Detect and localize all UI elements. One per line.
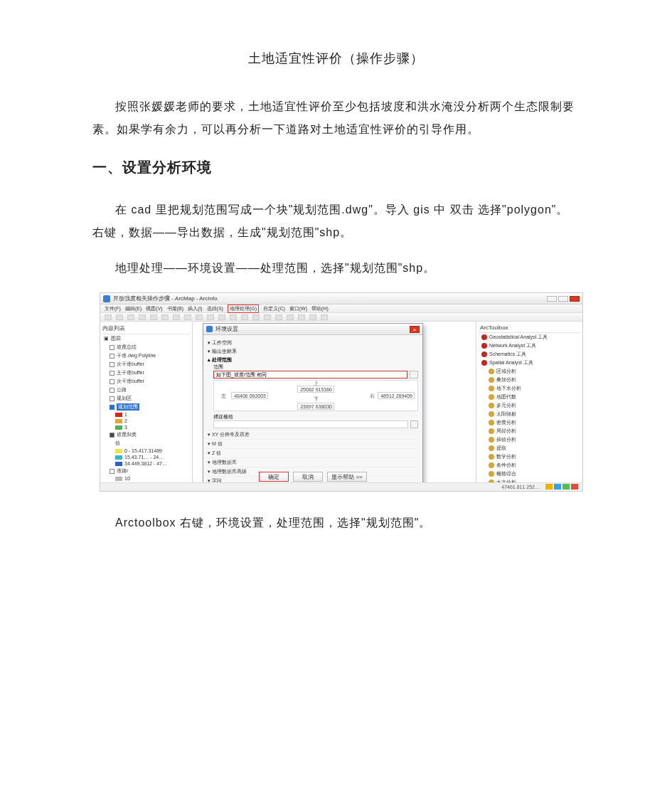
- help-button[interactable]: 显示帮助 >>: [327, 472, 367, 482]
- toolset-icon: [489, 445, 494, 451]
- toc-layer[interactable]: 道路r: [102, 467, 190, 475]
- cat-item[interactable]: ▾ Z 值: [208, 448, 418, 457]
- menu-geoprocessing[interactable]: 地理处理(G): [228, 305, 259, 313]
- toc-root[interactable]: ▣图层: [102, 334, 190, 343]
- menu-view[interactable]: 视图(V): [146, 305, 162, 312]
- toolbox-item[interactable]: Network Analyst 工具: [479, 342, 580, 350]
- tool-icon[interactable]: [127, 314, 134, 320]
- toolbox-item[interactable]: 插值分析: [479, 435, 580, 444]
- extent-box: 上 25082 915366 左 48406 092003 右 48512 28…: [213, 380, 418, 411]
- legend-sub: 值: [102, 439, 190, 448]
- tool-icon[interactable]: [207, 314, 214, 320]
- menu-customize[interactable]: 自定义(C): [263, 305, 285, 312]
- toolbar: [100, 313, 582, 322]
- toolbox-icon: [481, 360, 487, 366]
- toolset-icon: [489, 386, 494, 391]
- toc-layer-highlight[interactable]: 规划范围: [102, 403, 190, 411]
- tool-icon[interactable]: [298, 314, 305, 320]
- menu-select[interactable]: 选择(S): [207, 305, 223, 312]
- toolbox-item[interactable]: Spatial Analyst 工具: [479, 359, 580, 367]
- menu-edit[interactable]: 编辑(E): [125, 305, 142, 312]
- ok-button[interactable]: 确定: [259, 472, 289, 482]
- tool-icon[interactable]: [139, 314, 146, 320]
- maximize-button[interactable]: [558, 296, 568, 302]
- close-button[interactable]: [570, 296, 580, 302]
- tool-icon[interactable]: [150, 314, 157, 320]
- tool-icon[interactable]: [105, 314, 112, 320]
- toolbox-item[interactable]: 地下水分析: [479, 384, 580, 393]
- map-pane: 环境设置 × ▾ 工作空间 ▾ 输出坐标系 ▴ 处理范围 范围: [193, 322, 476, 491]
- toolset-icon: [489, 369, 494, 374]
- tool-icon[interactable]: [218, 314, 225, 320]
- menu-file[interactable]: 文件(F): [105, 305, 121, 312]
- toolbox-item-label: 插值分析: [496, 436, 516, 443]
- toolbox-item[interactable]: 密度分析: [479, 418, 580, 427]
- sec-workspace[interactable]: ▾ 工作空间: [208, 339, 418, 346]
- toolbox-item[interactable]: 局部分析: [479, 427, 580, 435]
- tool-icon[interactable]: [321, 314, 328, 320]
- tool-icon[interactable]: [196, 314, 203, 320]
- intro-paragraph: 按照张媛媛老师的要求，土地适宜性评价至少包括坡度和洪水淹没分析两个生态限制要素。…: [92, 95, 580, 141]
- tool-icon[interactable]: [230, 314, 237, 320]
- menu-help[interactable]: 帮助(H): [311, 305, 329, 312]
- toolbox-item-label: 地下水分析: [496, 385, 521, 392]
- menu-bookmark[interactable]: 书签(B): [167, 305, 183, 312]
- env-settings-dialog: 环境设置 × ▾ 工作空间 ▾ 输出坐标系 ▴ 处理范围 范围: [203, 323, 423, 485]
- tool-icon[interactable]: [287, 314, 294, 320]
- paragraph-2: 地理处理——环境设置——处理范围，选择"规划范围"shp。: [92, 257, 580, 280]
- tool-icon[interactable]: [241, 314, 248, 320]
- dialog-close-button[interactable]: ×: [410, 326, 420, 333]
- toc-layer[interactable]: 次干道buffer: [102, 360, 190, 369]
- browse-button[interactable]: [410, 420, 419, 428]
- toolbox-item[interactable]: 多元分析: [479, 401, 580, 410]
- toc-layer[interactable]: 坡度总结: [102, 343, 190, 351]
- extent-value-input[interactable]: [213, 371, 407, 379]
- tool-icon[interactable]: [184, 314, 191, 320]
- dir-bottom: 下: [314, 396, 319, 403]
- toc-layer[interactable]: 规划区: [102, 394, 190, 403]
- arcmap-screenshot: 开放强度相关操作步骤 - ArcMap - ArcInfo 文件(F) 编辑(E…: [100, 292, 580, 492]
- toc-title: 内容列表: [102, 323, 190, 334]
- sec-coords[interactable]: ▾ 输出坐标系: [208, 348, 418, 355]
- tool-icon[interactable]: [264, 314, 271, 320]
- tool-icon[interactable]: [309, 314, 316, 320]
- tool-icon[interactable]: [116, 314, 123, 320]
- toolset-icon: [489, 411, 494, 417]
- tool-icon[interactable]: [173, 314, 180, 320]
- val-bottom: 23897 638030: [297, 403, 334, 410]
- cancel-button[interactable]: 取消: [293, 472, 323, 482]
- toolbox-item[interactable]: 地图代数: [479, 393, 580, 401]
- menu-window[interactable]: 窗口(W): [289, 305, 307, 312]
- toolbox-item-label: Geostatistical Analyst 工具: [489, 334, 548, 341]
- toolset-icon: [489, 471, 494, 477]
- tool-icon[interactable]: [161, 314, 169, 320]
- toc-layer[interactable]: 干道.dwg Polyline: [102, 351, 190, 360]
- toolbox-item[interactable]: Geostatistical Analyst 工具: [479, 333, 580, 342]
- toolbox-item[interactable]: 条件分析: [479, 461, 580, 470]
- toolbox-item[interactable]: 栅格综合: [479, 470, 580, 478]
- toolbox-item[interactable]: 区域分析: [479, 367, 580, 376]
- toolbox-item[interactable]: Schematics 工具: [479, 350, 580, 359]
- toolbox-item[interactable]: 太阳辐射: [479, 410, 580, 418]
- tool-icon[interactable]: [275, 314, 282, 320]
- tool-icon[interactable]: [252, 314, 260, 320]
- cat-item[interactable]: ▾ M 值: [208, 439, 418, 448]
- minimize-button[interactable]: [547, 296, 557, 302]
- snap-select[interactable]: [213, 420, 408, 428]
- toc-layer[interactable]: 次干道buffer: [102, 377, 190, 386]
- toolbox-item[interactable]: 叠加分析: [479, 376, 580, 384]
- toolset-icon: [489, 437, 494, 443]
- cat-item[interactable]: ▾ XY 分辨率及容差: [208, 430, 418, 439]
- toc-layer[interactable]: 公路: [102, 386, 190, 394]
- dialog-title: 环境设置: [215, 325, 238, 333]
- browse-button[interactable]: [410, 371, 418, 379]
- menu-insert[interactable]: 插入(I): [188, 305, 203, 312]
- toc-layer[interactable]: 坡度归类: [102, 430, 190, 439]
- cat-item[interactable]: ▾ 地理数据库: [208, 457, 418, 467]
- toolbox-item[interactable]: 提取: [479, 444, 580, 453]
- toolbox-item[interactable]: 数学分析: [479, 453, 580, 461]
- toolbox-item-label: 栅格综合: [496, 470, 516, 477]
- toc-layer[interactable]: 主干道buffer: [102, 369, 190, 377]
- toolset-icon: [489, 428, 494, 434]
- dir-right: 右: [370, 393, 375, 400]
